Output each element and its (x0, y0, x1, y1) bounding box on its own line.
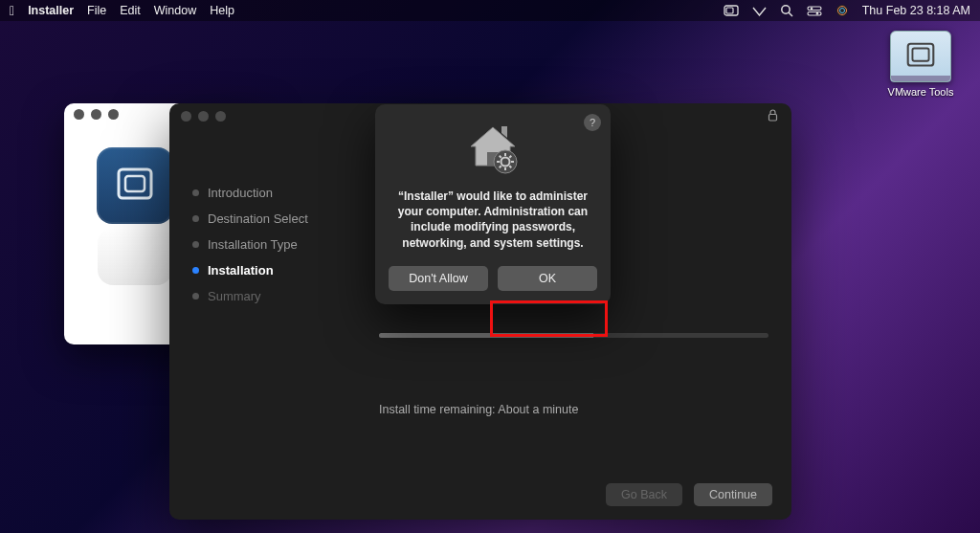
menu-window[interactable]: Window (154, 4, 196, 17)
traffic-lights[interactable] (74, 109, 119, 120)
menu-help[interactable]: Help (210, 4, 234, 17)
svg-rect-14 (125, 176, 145, 191)
go-back-button[interactable]: Go Back (606, 483, 682, 506)
stage-manager-icon[interactable] (724, 5, 739, 16)
desktop-icon-vmware-tools[interactable]: VMware Tools (879, 31, 963, 98)
svg-rect-15 (769, 115, 777, 122)
step-installation: Installation (192, 263, 360, 278)
app-menu[interactable]: Installer (28, 4, 74, 17)
svg-line-26 (509, 156, 511, 158)
menu-clock[interactable]: Thu Feb 23 8:18 AM (862, 4, 970, 17)
disk-icon (890, 31, 951, 82)
svg-line-23 (500, 156, 501, 158)
spotlight-icon[interactable] (780, 4, 793, 17)
step-destination: Destination Select (192, 211, 360, 226)
help-icon[interactable]: ? (584, 114, 601, 131)
apple-menu-icon[interactable]:  (10, 3, 14, 18)
siri-icon[interactable] (835, 4, 849, 17)
ok-button[interactable]: OK (498, 266, 597, 291)
wifi-icon[interactable] (752, 5, 767, 16)
dont-allow-button[interactable]: Don't Allow (389, 266, 488, 291)
svg-rect-12 (912, 48, 928, 60)
svg-line-25 (500, 166, 501, 167)
svg-point-7 (815, 11, 818, 14)
svg-rect-13 (119, 169, 151, 198)
svg-rect-1 (726, 8, 733, 13)
menu-bar:  Installer File Edit Window Help Thu Fe… (0, 0, 980, 21)
step-summary: Summary (192, 289, 360, 303)
installer-sidebar: Introduction Destination Select Installa… (192, 144, 360, 472)
svg-line-3 (789, 12, 792, 16)
traffic-lights[interactable] (181, 111, 226, 122)
desktop-icon-label: VMware Tools (879, 86, 963, 98)
package-icon (97, 147, 173, 224)
install-status: Install time remaining: About a minute (379, 403, 768, 416)
control-center-icon[interactable] (807, 6, 822, 16)
house-gear-icon (463, 120, 523, 179)
svg-line-24 (509, 166, 511, 167)
svg-rect-5 (808, 11, 821, 15)
menu-edit[interactable]: Edit (120, 4, 141, 17)
continue-button[interactable]: Continue (694, 483, 772, 506)
svg-rect-4 (808, 7, 821, 11)
progress-bar (379, 333, 768, 338)
menu-file[interactable]: File (87, 4, 106, 17)
dialog-message: “Installer” would like to administer you… (389, 189, 597, 266)
lock-icon[interactable] (768, 109, 778, 124)
permission-dialog: ? “Installer” would like to administer y… (375, 104, 611, 304)
svg-point-2 (782, 6, 790, 13)
step-introduction: Introduction (192, 186, 360, 200)
svg-point-6 (810, 7, 813, 10)
step-type: Installation Type (192, 237, 360, 252)
